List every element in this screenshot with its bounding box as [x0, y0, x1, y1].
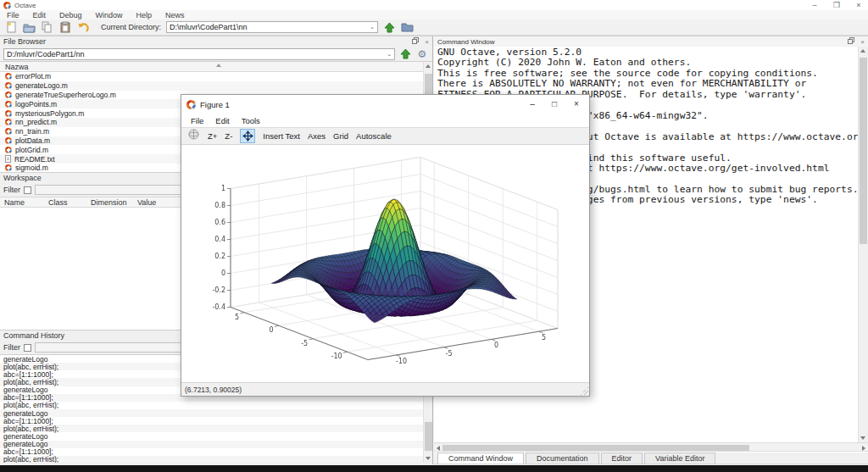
rotate-tool-icon[interactable] [187, 128, 200, 144]
open-folder-icon[interactable] [23, 21, 36, 33]
menu-item-window[interactable]: Window [89, 11, 130, 19]
figure-menubar: FileEditTools [181, 114, 589, 127]
file-name: plotData.m [15, 136, 50, 145]
history-item[interactable]: plot(abc, errHist); [0, 456, 432, 463]
scrollbar-thumb[interactable] [442, 445, 749, 451]
text-file-icon [5, 155, 11, 163]
tab-documentation[interactable]: Documentation [526, 453, 599, 464]
octave-file-icon [5, 92, 12, 98]
history-item[interactable]: generateLogo [0, 432, 432, 440]
octave-file-icon [5, 82, 12, 89]
grid-button[interactable]: Grid [333, 131, 348, 141]
file-name: errorPlot.m [15, 72, 51, 81]
paste-icon[interactable] [58, 21, 71, 33]
file-name: nn_train.m [15, 127, 49, 136]
copy-icon[interactable] [41, 21, 53, 33]
browse-directory-icon[interactable] [401, 21, 414, 33]
directory-up-icon[interactable] [383, 21, 396, 33]
folder-actions-gear-icon[interactable]: ⚙ [415, 47, 429, 60]
file-browser-titlebar: File Browser × [0, 36, 432, 47]
history-item[interactable]: abc=[1:1:1000]; [0, 448, 432, 456]
file-row[interactable]: generateLogo.m [0, 81, 432, 91]
file-browser-path-combo[interactable]: D:/mluvr/CodePart1/nn ⌄ [3, 48, 395, 60]
axes-button[interactable]: Axes [308, 131, 326, 141]
autoscale-button[interactable]: Autoscale [356, 131, 392, 141]
menu-item-edit[interactable]: Edit [26, 11, 53, 19]
zoom-in-button[interactable]: Z+ [208, 131, 217, 141]
filter-checkbox[interactable] [24, 344, 31, 352]
resize-grip[interactable] [581, 387, 588, 395]
chevron-down-icon: ⌄ [383, 51, 392, 58]
octave-file-icon [5, 128, 12, 135]
figure-titlebar[interactable]: Figure 1 – □ × [181, 95, 589, 114]
zoom-out-button[interactable]: Z- [225, 131, 232, 141]
dock-tabs: Command WindowDocumentationEditorVariabl… [434, 453, 868, 464]
sort-ascending-icon [216, 64, 221, 67]
current-directory-combo[interactable]: D:\mluvr\CodePart1\nn ⌄ [166, 21, 378, 33]
figure-canvas-3d-surface[interactable] [181, 145, 589, 382]
history-item[interactable]: abc=[1:1:1000]; [0, 417, 432, 425]
undo-icon[interactable] [76, 21, 89, 33]
undock-panel-icon[interactable] [848, 37, 854, 46]
history-item[interactable]: generateLogo [0, 409, 432, 417]
command-window-hscrollbar[interactable] [434, 442, 868, 452]
close-panel-icon[interactable]: × [860, 38, 865, 46]
scrollbar-thumb[interactable] [860, 58, 867, 244]
new-script-icon[interactable] [5, 21, 18, 33]
command-window-scrollbar[interactable] [858, 47, 868, 442]
tab-editor[interactable]: Editor [601, 453, 643, 464]
tab-command-window[interactable]: Command Window [437, 453, 524, 464]
cursor-coordinates: (6.7213, 0.90025) [185, 386, 242, 394]
chevron-down-icon: ⌄ [366, 24, 375, 31]
octave-logo-icon [3, 2, 11, 9]
file-name: nn_predict.m [15, 118, 57, 126]
file-row[interactable]: errorPlot.m [0, 72, 432, 81]
scroll-right-icon[interactable] [862, 446, 865, 451]
close-button[interactable]: × [853, 1, 865, 9]
figure-maximize-button[interactable]: □ [543, 95, 565, 114]
restore-button[interactable]: ❐ [831, 1, 843, 9]
undock-panel-icon[interactable] [412, 37, 419, 46]
scroll-left-icon[interactable] [437, 446, 440, 451]
folder-up-icon[interactable] [398, 47, 412, 60]
scrollbar-thumb[interactable] [425, 422, 432, 451]
octave-file-icon [5, 73, 12, 80]
figure-minimize-button[interactable]: – [521, 95, 543, 114]
pan-tool-icon[interactable] [240, 129, 255, 143]
octave-file-icon [5, 147, 12, 153]
tab-variable-editor[interactable]: Variable Editor [644, 453, 715, 464]
history-item[interactable]: plot(abc, errHist); [0, 402, 432, 409]
figure-menu-item-edit[interactable]: Edit [209, 116, 235, 125]
file-browser-path-row: D:/mluvr/CodePart1/nn ⌄ ⚙ [0, 47, 432, 61]
figure-statusbar: (6.7213, 0.90025) [181, 382, 589, 396]
figure-menu-item-tools[interactable]: Tools [236, 116, 266, 125]
file-browser-column-header[interactable]: Nazwa [0, 62, 432, 72]
file-name: mysteriousPolygon.m [15, 109, 84, 118]
menu-item-news[interactable]: News [159, 11, 192, 19]
history-item[interactable]: generateLogo [0, 441, 432, 448]
menu-item-debug[interactable]: Debug [53, 11, 89, 19]
main-titlebar: Octave – ❐ × [0, 0, 868, 10]
workspace-title: Workspace [3, 174, 42, 182]
current-directory-label: Current Directory: [101, 23, 161, 31]
menu-item-help[interactable]: Help [130, 11, 159, 19]
command-history-title: Command History [3, 331, 64, 340]
filter-checkbox[interactable] [24, 186, 31, 194]
scroll-up-icon[interactable] [426, 64, 431, 68]
figure-menu-item-file[interactable]: File [185, 116, 209, 125]
app-title: Octave [14, 2, 36, 9]
filter-label: Filter [3, 343, 20, 352]
menu-item-file[interactable]: File [0, 11, 26, 19]
minimize-button[interactable]: – [809, 1, 821, 9]
file-name: sigmoid.m [15, 164, 48, 172]
file-name: generateLogo.m [15, 81, 68, 90]
figure-close-button[interactable]: × [565, 95, 587, 114]
figure-window: Figure 1 – □ × FileEditTools Z+ Z- Inser… [181, 94, 590, 397]
octave-file-icon [5, 101, 12, 108]
scroll-down-icon[interactable] [426, 457, 431, 460]
scroll-up-icon[interactable] [860, 49, 865, 53]
history-item[interactable]: plot(abc, errHist); [0, 425, 432, 432]
scroll-down-icon[interactable] [860, 436, 865, 440]
close-panel-icon[interactable]: × [425, 38, 429, 46]
insert-text-button[interactable]: Insert Text [263, 131, 300, 141]
